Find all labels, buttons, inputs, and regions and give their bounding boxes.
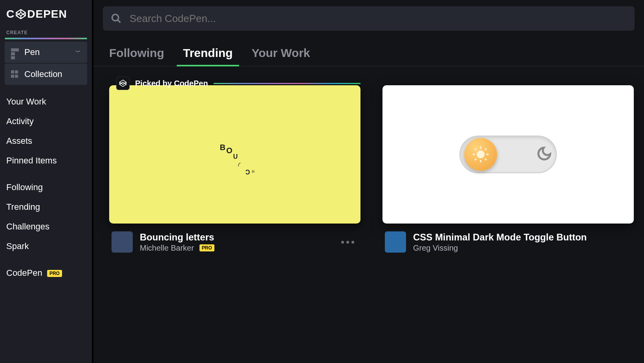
author-avatar[interactable] (385, 231, 406, 253)
nav-spark[interactable]: Spark (6, 236, 86, 256)
picked-gradient-line (214, 83, 360, 84)
pen-thumbnail[interactable] (382, 85, 634, 224)
author-pro-badge: PRO (199, 244, 214, 251)
pen-card[interactable]: CSS Minimal Dark Mode Toggle Button Greg… (382, 85, 634, 253)
create-section-label: CREATE (5, 30, 87, 38)
main: Following Trending Your Work Picked by C… (93, 0, 644, 363)
nav-following[interactable]: Following (6, 178, 86, 197)
sidebar: C DEPEN CREATE Pen ﹀ Collection (0, 0, 93, 363)
tab-your-work[interactable]: Your Work (252, 46, 310, 66)
tab-trending[interactable]: Trending (183, 46, 233, 66)
nav-activity[interactable]: Activity (6, 112, 86, 131)
pen-thumbnail[interactable]: BOU(Cн (109, 85, 360, 224)
sun-icon (464, 138, 497, 171)
card-meta: Bouncing letters Michelle Barker PRO (109, 224, 360, 253)
picked-row: Picked by CodePen (116, 77, 360, 90)
svg-point-6 (477, 151, 484, 158)
brand-logo[interactable]: C DEPEN (5, 8, 87, 30)
brand-text-right: DEPEN (27, 8, 67, 20)
search-input[interactable] (122, 13, 627, 25)
pen-title[interactable]: CSS Minimal Dark Mode Toggle Button (413, 232, 631, 243)
picked-label: Picked by CodePen (135, 79, 208, 88)
svg-point-3 (112, 15, 119, 21)
svg-line-14 (485, 148, 487, 150)
codepen-logo-icon (15, 9, 26, 20)
nav-trending[interactable]: Trending (6, 197, 86, 217)
pen-glyph-icon (11, 48, 19, 56)
svg-line-11 (475, 148, 476, 150)
card-more-button[interactable] (337, 237, 358, 248)
pen-author[interactable]: Greg Vissing (413, 244, 631, 253)
nav-group-secondary: Following Trending Challenges Spark (5, 170, 87, 256)
chevron-down-icon: ﹀ (75, 49, 81, 56)
nav-group-pro: CodePen PRO (5, 256, 87, 283)
moon-icon (536, 146, 552, 163)
nav-codepen-pro[interactable]: CodePen PRO (6, 263, 86, 283)
feed-tabs: Following Trending Your Work (93, 31, 644, 66)
svg-line-12 (485, 159, 487, 160)
nav-pinned-items[interactable]: Pinned Items (6, 151, 86, 170)
pen-author-name: Greg Vissing (413, 244, 458, 253)
nav-group-primary: Your Work Activity Assets Pinned Items (5, 85, 87, 170)
nav-assets[interactable]: Assets (6, 131, 86, 151)
svg-line-4 (118, 20, 121, 23)
new-collection-button[interactable]: Collection (5, 64, 87, 85)
pen-author[interactable]: Michelle Barker PRO (140, 244, 330, 253)
new-pen-button[interactable]: Pen ﹀ (5, 42, 87, 63)
card-meta: CSS Minimal Dark Mode Toggle Button Greg… (382, 224, 634, 253)
pro-badge: PRO (47, 270, 62, 277)
nav-challenges[interactable]: Challenges (6, 217, 86, 236)
svg-line-13 (475, 159, 476, 160)
search-bar[interactable] (103, 6, 635, 31)
pen-card[interactable]: Picked by CodePen BOU(Cн Bouncing letter… (109, 85, 360, 253)
pen-title[interactable]: Bouncing letters (140, 232, 330, 243)
tab-following[interactable]: Following (109, 46, 164, 66)
feed: Picked by CodePen BOU(Cн Bouncing letter… (93, 66, 644, 253)
new-collection-label: Collection (24, 69, 62, 79)
dark-mode-toggle-demo (459, 136, 557, 173)
svg-marker-5 (120, 80, 126, 87)
nav-your-work[interactable]: Your Work (6, 92, 86, 112)
brand-text-left: C (6, 8, 15, 20)
new-pen-label: Pen (24, 47, 40, 57)
author-avatar[interactable] (112, 231, 133, 253)
nav-codepen-pro-label: CodePen (6, 268, 42, 278)
picked-icon (116, 77, 130, 90)
collection-glyph-icon (11, 70, 19, 78)
bounce-letters: BOU(Cн (220, 150, 250, 159)
topbar (93, 0, 644, 31)
pen-author-name: Michelle Barker (140, 244, 194, 253)
search-icon (111, 13, 122, 24)
create-gradient-bar (5, 38, 87, 39)
